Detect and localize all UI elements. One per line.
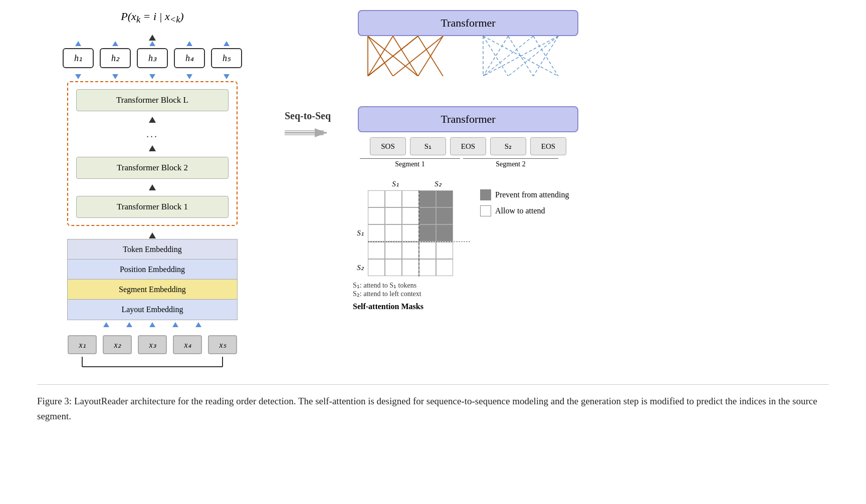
cell-2-2 bbox=[402, 224, 419, 241]
cell-0-4 bbox=[436, 190, 453, 207]
arrow-1-up bbox=[149, 184, 156, 190]
caption-text: LayoutReader architecture for the readin… bbox=[37, 396, 817, 421]
cell-3-2 bbox=[402, 242, 419, 259]
transformer-top-box: Transformer bbox=[358, 10, 578, 36]
h-box-4: h₄ bbox=[174, 48, 205, 68]
cell-1-0 bbox=[368, 207, 385, 224]
cell-0-0 bbox=[368, 190, 385, 207]
mask-row-s1: S₁ bbox=[353, 224, 470, 241]
sos-box-s1: S₁ bbox=[410, 137, 446, 155]
cell-3-1 bbox=[385, 242, 402, 259]
mask-title: Self-attention Masks bbox=[353, 302, 573, 311]
cell-3-4 bbox=[436, 242, 453, 259]
cell-2-1 bbox=[385, 224, 402, 241]
caption-label: Figure 3: bbox=[37, 396, 72, 406]
row-label-s2: S₂ bbox=[353, 263, 368, 272]
cell-0-2 bbox=[402, 190, 419, 207]
x-box-4: x₄ bbox=[173, 335, 202, 354]
x-box-1: x₁ bbox=[68, 335, 97, 354]
bottom-connector-line bbox=[67, 354, 238, 369]
embedding-stack: Token Embedding Position Embedding Segme… bbox=[67, 239, 238, 320]
x-arrow-5 bbox=[195, 322, 201, 327]
cell-4-4 bbox=[436, 259, 453, 276]
cell-1-1 bbox=[385, 207, 402, 224]
embed-to-block-arrow bbox=[149, 232, 156, 238]
h-boxes-row: h₁ h₂ h₃ h₄ h₅ bbox=[63, 48, 242, 68]
h-arrow-5 bbox=[211, 41, 242, 46]
right-diagram-section: Transformer bbox=[353, 10, 583, 311]
x-arrow-3 bbox=[149, 322, 155, 327]
mask-note-line1: S₁: attend to S₁ tokens bbox=[353, 281, 573, 290]
cell-2-3 bbox=[419, 224, 436, 241]
transformer-block-L: Transformer Block L bbox=[76, 89, 229, 111]
mask-notes: S₁: attend to S₁ tokens S₂: attend to le… bbox=[353, 281, 573, 298]
h-box-2: h₂ bbox=[100, 48, 131, 68]
x-arrow-1 bbox=[103, 322, 109, 327]
mask-row-1 bbox=[353, 207, 470, 224]
h-arrow-3 bbox=[137, 41, 168, 46]
transformer-block-2: Transformer Block 2 bbox=[76, 157, 229, 179]
sos-box-s2: S₂ bbox=[490, 137, 526, 155]
seq-to-seq-label: Seq-to-Seq bbox=[285, 110, 331, 122]
cell-1-2 bbox=[402, 207, 419, 224]
sos-box-sos: SOS bbox=[370, 137, 406, 155]
mask-row-s2: S₂ bbox=[353, 259, 470, 276]
arrow-L-up bbox=[149, 117, 156, 123]
cell-2-4 bbox=[436, 224, 453, 241]
x-box-5: x₅ bbox=[208, 335, 237, 354]
position-embedding: Position Embedding bbox=[68, 260, 237, 280]
mask-row-0 bbox=[353, 190, 470, 207]
dots: ... bbox=[146, 128, 158, 140]
sos-boxes-row: SOS S₁ EOS S₂ EOS bbox=[370, 137, 566, 155]
legend-allow: Allow to attend bbox=[480, 205, 569, 216]
h-box-3: h₃ bbox=[137, 48, 168, 68]
token-embedding: Token Embedding bbox=[68, 239, 237, 260]
legend-prevent-label: Prevent from attending bbox=[495, 190, 569, 199]
segment2-label: Segment 2 bbox=[463, 158, 558, 168]
segment-labels-row: Segment 1 Segment 2 bbox=[358, 158, 578, 168]
seq-to-seq-section: Seq-to-Seq bbox=[273, 110, 343, 140]
h-arrow-4 bbox=[174, 41, 205, 46]
sos-box-eos2: EOS bbox=[530, 137, 566, 155]
mask-legend: Prevent from attending Allow to attend bbox=[480, 189, 569, 216]
cell-4-3 bbox=[419, 259, 436, 276]
legend-allow-label: Allow to attend bbox=[495, 206, 545, 215]
arrow-2-up bbox=[149, 145, 156, 151]
h-box-5: h₅ bbox=[211, 48, 242, 68]
x-to-embed-arrows bbox=[103, 322, 201, 327]
figure-caption: Figure 3: LayoutReader architecture for … bbox=[37, 384, 829, 423]
legend-box-white bbox=[480, 205, 491, 216]
cell-4-1 bbox=[385, 259, 402, 276]
svg-line-10 bbox=[393, 36, 443, 76]
col-label-s2: S₂ bbox=[421, 179, 455, 188]
mask-grid-area: S₁ S₂ bbox=[353, 179, 573, 276]
cell-3-0 bbox=[368, 242, 385, 259]
cell-4-2 bbox=[402, 259, 419, 276]
x-arrow-4 bbox=[172, 322, 178, 327]
mask-row-3 bbox=[353, 242, 470, 259]
h-to-transformer-arrows bbox=[63, 74, 242, 79]
legend-box-dark bbox=[480, 189, 491, 200]
h-box-1: h₁ bbox=[63, 48, 94, 68]
mask-grid-container: S₁ S₂ bbox=[353, 179, 470, 276]
h-arrows-row bbox=[63, 41, 242, 46]
formula-text: P(xk = i | x<k) bbox=[121, 10, 183, 25]
cross-attention-lines bbox=[358, 36, 578, 76]
cell-2-0 bbox=[368, 224, 385, 241]
seq-arrow-svg bbox=[283, 126, 333, 140]
transformer-bottom-box: Transformer bbox=[358, 106, 578, 132]
legend-prevent: Prevent from attending bbox=[480, 189, 569, 200]
mask-note-line2: S₂: attend to left context bbox=[353, 290, 573, 298]
cell-1-4 bbox=[436, 207, 453, 224]
cell-0-1 bbox=[385, 190, 402, 207]
cell-0-3 bbox=[419, 190, 436, 207]
x-box-3: x₃ bbox=[138, 335, 167, 354]
x-arrow-2 bbox=[126, 322, 132, 327]
cell-4-0 bbox=[368, 259, 385, 276]
cell-1-3 bbox=[419, 207, 436, 224]
h-arrow-2 bbox=[100, 41, 131, 46]
svg-line-19 bbox=[483, 36, 533, 76]
transformer-block-1: Transformer Block 1 bbox=[76, 196, 229, 218]
h-arrow-1 bbox=[63, 41, 94, 46]
attention-mask-section: S₁ S₂ bbox=[353, 179, 573, 311]
